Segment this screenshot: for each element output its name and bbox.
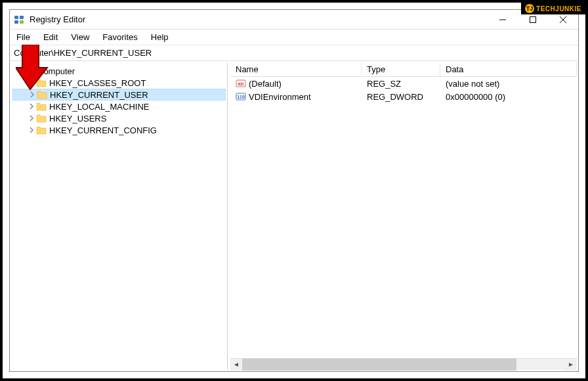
computer-icon xyxy=(24,66,35,76)
menu-edit[interactable]: Edit xyxy=(37,30,64,45)
chevron-right-icon[interactable] xyxy=(27,115,36,122)
svg-rect-2 xyxy=(14,20,18,24)
minimize-icon xyxy=(499,16,506,23)
value-type: REG_SZ xyxy=(362,79,440,89)
chevron-right-icon[interactable] xyxy=(27,79,36,86)
svg-rect-11 xyxy=(27,74,32,75)
scroll-left-arrow-icon[interactable]: ◄ xyxy=(230,359,242,370)
svg-text:110: 110 xyxy=(237,95,245,99)
horizontal-scrollbar[interactable]: ◄ ► xyxy=(230,358,577,370)
menu-view[interactable]: View xyxy=(64,30,96,45)
list-row[interactable]: ab (Default) REG_SZ (value not set) xyxy=(230,77,577,90)
tree-node-hku[interactable]: HKEY_USERS xyxy=(12,112,226,124)
scroll-thumb[interactable] xyxy=(242,359,516,370)
value-type: REG_DWORD xyxy=(362,92,440,102)
column-header-name[interactable]: Name xyxy=(230,62,362,76)
folder-icon xyxy=(36,78,47,87)
value-name: VDIEnvironment xyxy=(249,92,311,102)
address-bar[interactable]: Computer\HKEY_CURRENT_USER xyxy=(10,45,578,61)
content-area: Computer HKEY_CLASSES_ROOT xyxy=(10,61,578,371)
menu-file[interactable]: File xyxy=(10,30,37,45)
folder-icon xyxy=(36,102,47,111)
address-text: Computer\HKEY_CURRENT_USER xyxy=(14,48,152,58)
tree-label: HKEY_CURRENT_USER xyxy=(50,90,148,100)
registry-editor-window: Registry Editor File Edit View Favorites… xyxy=(9,9,579,372)
tree-label: HKEY_CURRENT_CONFIG xyxy=(49,125,157,135)
titlebar: Registry Editor xyxy=(10,10,578,30)
tree-node-hkcu[interactable]: HKEY_CURRENT_USER xyxy=(12,89,226,101)
scroll-track[interactable] xyxy=(242,359,565,370)
chevron-right-icon[interactable] xyxy=(28,91,37,98)
maximize-icon xyxy=(530,16,536,23)
chevron-down-icon[interactable] xyxy=(15,68,24,74)
tree-node-computer[interactable]: Computer xyxy=(12,65,226,77)
value-name: (Default) xyxy=(249,79,282,89)
column-header-type[interactable]: Type xyxy=(362,62,440,76)
watermark-logo-icon: TJ xyxy=(525,4,534,13)
svg-text:ab: ab xyxy=(238,81,243,87)
string-value-icon: ab xyxy=(236,78,246,89)
menubar: File Edit View Favorites Help xyxy=(10,30,578,45)
value-data: 0x00000000 (0) xyxy=(440,92,577,102)
menu-favorites[interactable]: Favorites xyxy=(96,30,144,45)
svg-rect-10 xyxy=(28,74,32,74)
list-pane: Name Type Data ab (Default) REG_SZ (valu xyxy=(230,62,577,370)
svg-rect-5 xyxy=(530,16,536,22)
value-data: (value not set) xyxy=(440,79,577,89)
watermark: TJ TECHJUNKIE xyxy=(521,3,585,14)
chevron-right-icon[interactable] xyxy=(27,103,36,110)
folder-icon xyxy=(37,90,47,99)
menu-help[interactable]: Help xyxy=(144,30,175,45)
list-row[interactable]: 110 VDIEnvironment REG_DWORD 0x00000000 … xyxy=(230,90,577,103)
binary-value-icon: 110 xyxy=(236,91,246,102)
folder-icon xyxy=(36,125,47,135)
minimize-button[interactable] xyxy=(488,10,518,30)
app-icon xyxy=(14,14,24,25)
close-icon xyxy=(560,16,566,23)
svg-rect-0 xyxy=(14,16,18,19)
window-title: Registry Editor xyxy=(30,14,488,24)
column-header-data[interactable]: Data xyxy=(440,62,577,76)
chevron-right-icon[interactable] xyxy=(27,127,36,133)
tree-node-hkcc[interactable]: HKEY_CURRENT_CONFIG xyxy=(12,124,226,136)
svg-rect-1 xyxy=(20,16,24,19)
svg-rect-9 xyxy=(26,68,33,72)
list-body[interactable]: ab (Default) REG_SZ (value not set) 110 xyxy=(230,77,577,358)
watermark-text: TECHJUNKIE xyxy=(536,5,581,12)
tree-node-hklm[interactable]: HKEY_LOCAL_MACHINE xyxy=(12,101,226,112)
tree-label: HKEY_CLASSES_ROOT xyxy=(49,78,146,88)
folder-icon xyxy=(36,114,47,123)
svg-rect-3 xyxy=(20,20,24,24)
list-header: Name Type Data xyxy=(230,62,577,77)
tree-pane[interactable]: Computer HKEY_CLASSES_ROOT xyxy=(11,62,228,370)
tree-node-hkcr[interactable]: HKEY_CLASSES_ROOT xyxy=(12,77,226,89)
tree-label-computer: Computer xyxy=(37,66,75,76)
tree-label: HKEY_USERS xyxy=(49,114,106,123)
tree-label: HKEY_LOCAL_MACHINE xyxy=(49,102,149,112)
scroll-right-arrow-icon[interactable]: ► xyxy=(565,359,577,370)
